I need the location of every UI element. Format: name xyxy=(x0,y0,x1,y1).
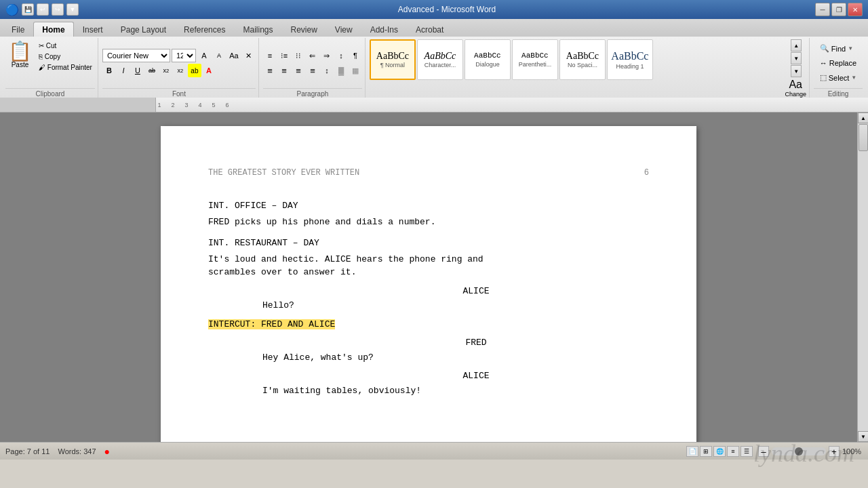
font-group: Courier New 12 A A Aa ✕ B I U ab x2 x2 a… xyxy=(100,38,259,98)
tab-view[interactable]: View xyxy=(326,22,361,37)
decrease-indent-btn[interactable]: ⇐ xyxy=(306,49,319,62)
cut-button[interactable]: ✂ Cut xyxy=(36,41,95,51)
restore-btn[interactable]: ❐ xyxy=(831,3,846,16)
find-button[interactable]: 🔍 Find ▼ xyxy=(816,42,856,55)
paste-button[interactable]: 📋 Paste xyxy=(5,39,35,71)
underline-btn[interactable]: U xyxy=(131,64,144,77)
paste-label: Paste xyxy=(12,61,29,68)
close-btn[interactable]: ✕ xyxy=(848,3,863,16)
tab-add-ins[interactable]: Add-Ins xyxy=(361,22,407,37)
status-left: Page: 7 of 11 Words: 347 ● xyxy=(5,446,110,457)
tab-acrobat[interactable]: Acrobat xyxy=(407,22,452,37)
scroll-thumb[interactable] xyxy=(859,124,868,151)
web-layout-btn[interactable]: 🌐 xyxy=(713,446,726,457)
styles-more-btn[interactable]: ▼ xyxy=(791,65,802,77)
superscript-btn[interactable]: x2 xyxy=(174,64,187,77)
page-info: Page: 7 of 11 xyxy=(5,447,50,455)
scroll-down-btn[interactable]: ▼ xyxy=(858,431,868,442)
style-parenthetical[interactable]: AaBbCc Parentheti... xyxy=(512,39,558,80)
highlight-btn[interactable]: ab xyxy=(188,64,201,77)
font-size-select[interactable]: 12 xyxy=(172,49,196,62)
document-page[interactable]: THE GREATEST STORY EVER WRITTEN 6 INT. O… xyxy=(161,126,696,442)
paragraph-controls: ≡ ⁝≡ ⁝⁝ ⇐ ⇒ ↕ ¶ ≡ ≡ ≡ ≡ ↕ ▓ ▦ xyxy=(263,39,362,87)
select-label: Select xyxy=(829,74,850,82)
undo-quick-btn[interactable]: ↩ xyxy=(37,3,49,16)
zoom-out-btn[interactable]: – xyxy=(758,446,769,457)
tab-page-layout[interactable]: Page Layout xyxy=(112,22,175,37)
italic-btn[interactable]: I xyxy=(117,64,130,77)
redo-quick-btn[interactable]: ↪ xyxy=(52,3,64,16)
tab-review[interactable]: Review xyxy=(281,22,326,37)
justify-btn[interactable]: ≡ xyxy=(306,64,319,77)
style-heading1[interactable]: AaBbCc Heading 1 xyxy=(607,39,653,80)
style-dialogue-label: Dialogue xyxy=(475,61,500,68)
draft-view-btn[interactable]: ☰ xyxy=(741,446,753,457)
customize-quick-btn[interactable]: ▼ xyxy=(66,3,79,16)
change-case-btn[interactable]: Aa xyxy=(227,49,241,62)
multilevel-btn[interactable]: ⁝⁝ xyxy=(292,49,305,62)
zoom-slider[interactable] xyxy=(772,447,826,455)
font-color-btn[interactable]: A xyxy=(202,64,216,77)
style-dialogue[interactable]: AaBbCc Dialogue xyxy=(465,39,511,80)
style-heading1-preview: AaBbCc xyxy=(611,49,648,62)
replace-label: Replace xyxy=(829,59,856,67)
outline-view-btn[interactable]: ≡ xyxy=(727,446,739,457)
style-normal[interactable]: AaBbCc ¶ Normal xyxy=(370,39,416,80)
shading-btn[interactable]: ▓ xyxy=(334,64,348,77)
editing-group-label: Editing xyxy=(814,88,863,98)
center-btn[interactable]: ≡ xyxy=(277,64,291,77)
bold-btn[interactable]: B xyxy=(102,64,116,77)
borders-btn[interactable]: ▦ xyxy=(349,64,362,77)
styles-scroll-up[interactable]: ▲ xyxy=(791,39,802,52)
style-no-spacing[interactable]: AaBbCc No Spaci... xyxy=(559,39,606,80)
scroll-track[interactable] xyxy=(858,123,868,431)
subscript-btn[interactable]: x2 xyxy=(159,64,173,77)
increase-indent-btn[interactable]: ⇒ xyxy=(320,49,334,62)
select-icon: ⬚ xyxy=(820,73,827,82)
minimize-btn[interactable]: ─ xyxy=(815,3,830,16)
align-right-btn[interactable]: ≡ xyxy=(292,64,305,77)
font-shrink-btn[interactable]: A xyxy=(212,49,226,62)
numbering-btn[interactable]: ⁝≡ xyxy=(277,49,291,62)
show-hide-btn[interactable]: ¶ xyxy=(349,49,362,62)
select-button[interactable]: ⬚ Select ▼ xyxy=(816,71,861,84)
style-parenthetical-label: Parentheti... xyxy=(519,61,552,68)
font-name-select[interactable]: Courier New xyxy=(102,49,170,62)
print-layout-btn[interactable]: 📄 xyxy=(686,446,698,457)
editing-buttons: 🔍 Find ▼ ↔ Replace ⬚ Select ▼ xyxy=(816,39,861,87)
replace-icon: ↔ xyxy=(820,59,827,67)
styles-scroll-down[interactable]: ▼ xyxy=(791,52,802,64)
zoom-value: 100% xyxy=(842,447,863,455)
cut-label: Cut xyxy=(46,42,57,49)
view-buttons: 📄 ⊞ 🌐 ≡ ☰ xyxy=(686,446,753,457)
scissors-icon: ✂ xyxy=(39,42,46,49)
tab-file[interactable]: File xyxy=(3,22,33,37)
select-arrow-icon: ▼ xyxy=(851,75,856,81)
clear-formatting-btn[interactable]: ✕ xyxy=(242,49,256,62)
scroll-up-btn[interactable]: ▲ xyxy=(858,113,868,123)
scene-heading-2: INT. RESTAURANT – DAY xyxy=(208,237,649,250)
document-area: THE GREATEST STORY EVER WRITTEN 6 INT. O… xyxy=(0,113,868,442)
tab-references[interactable]: References xyxy=(175,22,234,37)
page-container[interactable]: THE GREATEST STORY EVER WRITTEN 6 INT. O… xyxy=(0,113,857,442)
tab-home[interactable]: Home xyxy=(33,22,73,37)
zoom-in-btn[interactable]: + xyxy=(829,446,840,457)
line-spacing-btn[interactable]: ↕ xyxy=(320,64,334,77)
align-left-btn[interactable]: ≡ xyxy=(263,64,277,77)
sort-btn[interactable]: ↕ xyxy=(334,49,348,62)
copy-button[interactable]: ⎘ Copy xyxy=(36,52,95,62)
font-grow-btn[interactable]: A xyxy=(197,49,211,62)
save-quick-btn[interactable]: 💾 xyxy=(22,3,34,16)
clipboard-group: 📋 Paste ✂ Cut ⎘ Copy 🖌 Format Painter Cl… xyxy=(3,38,98,98)
full-screen-btn[interactable]: ⊞ xyxy=(700,446,712,457)
replace-button[interactable]: ↔ Replace xyxy=(816,57,860,69)
strikethrough-btn[interactable]: ab xyxy=(145,64,159,77)
format-painter-button[interactable]: 🖌 Format Painter xyxy=(36,62,95,73)
style-character[interactable]: AaBbCc Character... xyxy=(417,39,463,80)
binoculars-icon: 🔍 xyxy=(820,44,829,53)
tab-insert[interactable]: Insert xyxy=(74,22,112,37)
tab-mailings[interactable]: Mailings xyxy=(234,22,281,37)
zoom-thumb xyxy=(795,447,803,455)
vertical-scrollbar[interactable]: ▲ ▼ xyxy=(857,113,868,442)
bullets-btn[interactable]: ≡ xyxy=(263,49,277,62)
